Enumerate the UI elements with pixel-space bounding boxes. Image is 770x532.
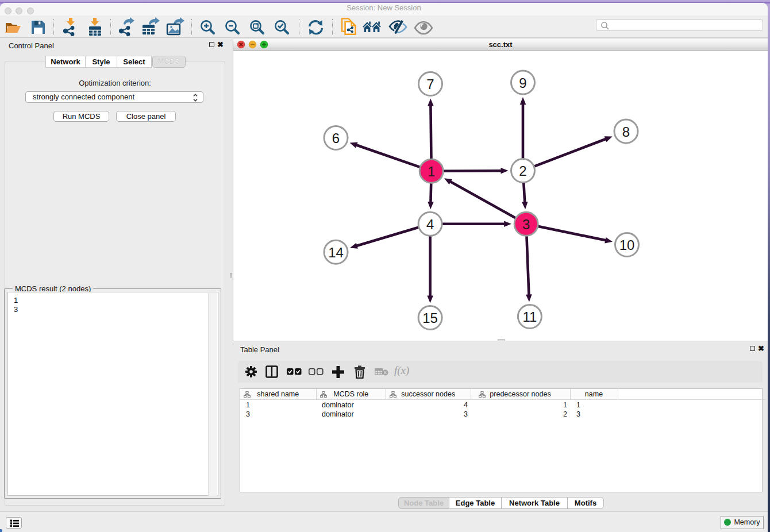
svg-text:6: 6 bbox=[332, 130, 340, 146]
svg-text:7: 7 bbox=[426, 76, 434, 92]
svg-text:10: 10 bbox=[619, 237, 635, 253]
svg-text:8: 8 bbox=[622, 124, 630, 140]
svg-text:11: 11 bbox=[522, 309, 537, 325]
svg-text:15: 15 bbox=[422, 310, 438, 326]
svg-text:3: 3 bbox=[522, 217, 530, 232]
svg-text:1: 1 bbox=[428, 164, 435, 179]
svg-text:14: 14 bbox=[328, 245, 344, 260]
svg-text:2: 2 bbox=[519, 163, 526, 179]
svg-text:9: 9 bbox=[519, 75, 526, 91]
svg-text:4: 4 bbox=[426, 217, 434, 232]
